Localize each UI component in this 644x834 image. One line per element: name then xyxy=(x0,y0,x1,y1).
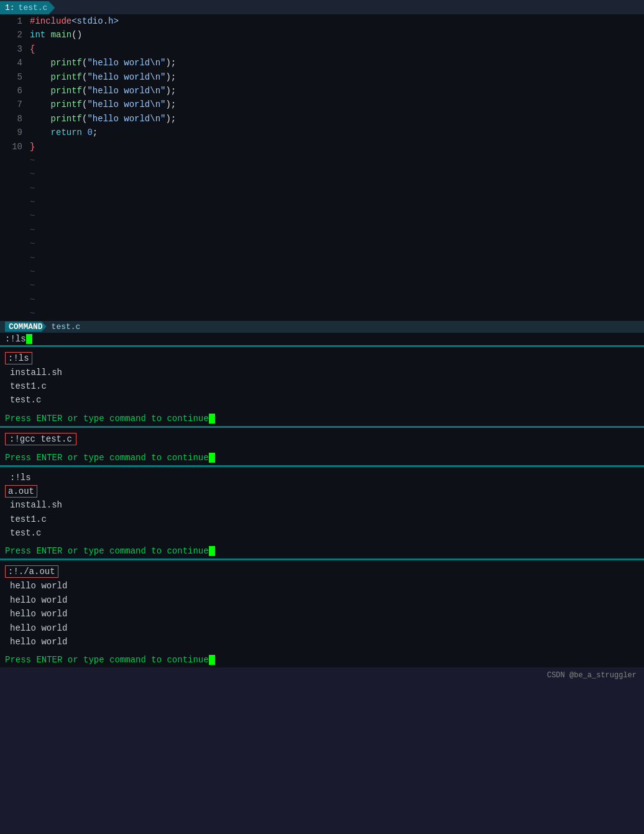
code-line-7: 7 printf("hello world\n"); xyxy=(0,98,644,111)
press-enter-4: Press ENTER or type command to continue xyxy=(0,652,644,667)
line-content-10: } xyxy=(30,140,35,154)
run-command-box: :!./a.out xyxy=(5,565,58,578)
run-command-box-line: :!./a.out xyxy=(5,564,639,579)
gcc-command-box: :!gcc test.c xyxy=(5,433,76,445)
statusbar-filename: test.c xyxy=(52,322,81,331)
gcc-command-box-line: :!gcc test.c xyxy=(5,432,639,447)
code-line-4: 4 printf("hello world\n"); xyxy=(0,56,644,70)
tilde-9: ~~ xyxy=(0,265,644,279)
section-run: :!./a.out hello world hello world hello … xyxy=(0,560,644,652)
tilde-10: ~~ xyxy=(0,279,644,292)
active-tab[interactable]: 1: test.c xyxy=(0,1,55,14)
cursor-2 xyxy=(209,453,215,463)
footer: CSDN @be_a_struggler xyxy=(0,667,644,683)
line-num-3: 3 xyxy=(2,42,22,56)
line-num-1: 1 xyxy=(2,14,22,28)
tilde-3: ~~ xyxy=(0,182,644,195)
run-output: hello world hello world hello world hell… xyxy=(5,579,639,649)
footer-text: CSDN @be_a_struggler xyxy=(547,671,637,680)
tilde-6: ~~ xyxy=(0,223,644,237)
line-content-9: return 0; xyxy=(30,126,98,139)
line-num-4: 4 xyxy=(2,56,22,70)
code-area: 1 #include<stdio.h> 2 int main() 3 { 4 p… xyxy=(0,14,644,321)
code-line-8: 8 printf("hello world\n"); xyxy=(0,112,644,126)
ls2-output: install.sh test1.c test.c xyxy=(5,498,639,540)
line-num-6: 6 xyxy=(2,84,22,98)
code-line-3: 3 { xyxy=(0,42,644,56)
tilde-1: ~~ xyxy=(0,154,644,167)
line-content-4: printf("hello world\n"); xyxy=(30,56,176,70)
line-num-9: 9 xyxy=(2,126,22,139)
code-line-10: 10 } xyxy=(0,140,644,154)
line-num-7: 7 xyxy=(2,98,22,111)
line-content-3: { xyxy=(30,42,35,56)
ls1-output: install.sh test1.c test.c xyxy=(5,366,639,407)
tab-number: 1: xyxy=(5,3,15,12)
cursor-3 xyxy=(209,546,215,556)
ls1-command-box-line: :!ls xyxy=(5,351,639,366)
line-content-5: printf("hello world\n"); xyxy=(30,70,176,84)
line-content-6: printf("hello world\n"); xyxy=(30,84,176,98)
section-ls1: :!ls install.sh test1.c test.c xyxy=(0,347,644,411)
line-content-7: printf("hello world\n"); xyxy=(30,98,176,111)
press-enter-text-2: Press ENTER or type command to continue xyxy=(5,453,209,463)
code-line-2: 2 int main() xyxy=(0,28,644,42)
line-content-2: int main() xyxy=(30,28,82,42)
tilde-7: ~~ xyxy=(0,237,644,251)
code-line-5: 5 printf("hello world\n"); xyxy=(0,70,644,84)
line-content-8: printf("hello world\n"); xyxy=(30,112,176,126)
press-enter-text-3: Press ENTER or type command to continue xyxy=(5,546,209,556)
tilde-11: ~~ xyxy=(0,293,644,307)
vim-editor: 1: test.c 1 #include<stdio.h> 2 int main… xyxy=(0,0,644,667)
press-enter-3: Press ENTER or type command to continue xyxy=(0,544,644,558)
tilde-8: ~~ xyxy=(0,251,644,265)
ls1-command-box: :!ls xyxy=(5,352,32,364)
press-enter-2: Press ENTER or type command to continue xyxy=(0,450,644,465)
cursor xyxy=(26,334,32,344)
ls2-cmd: :!ls xyxy=(5,471,639,484)
section-gcc: :!gcc test.c xyxy=(0,428,644,450)
line-num-2: 2 xyxy=(2,28,22,42)
ls2-aout-box-line: a.out xyxy=(5,484,639,498)
line-num-10: 10 xyxy=(2,140,22,154)
cursor-1 xyxy=(209,414,215,424)
line-num-5: 5 xyxy=(2,70,22,84)
command-input-line[interactable]: :!ls xyxy=(0,333,644,345)
cursor-4 xyxy=(209,655,215,665)
press-enter-text-4: Press ENTER or type command to continue xyxy=(5,655,209,665)
tilde-4: ~~ xyxy=(0,195,644,209)
mode-badge: COMMAND xyxy=(5,322,47,332)
tab-filename: test.c xyxy=(19,3,48,12)
aout-box: a.out xyxy=(5,485,37,498)
tab-bar: 1: test.c xyxy=(0,0,644,14)
line-num-8: 8 xyxy=(2,112,22,126)
line-content-1: #include<stdio.h> xyxy=(30,14,119,28)
press-enter-text-1: Press ENTER or type command to continue xyxy=(5,414,209,424)
press-enter-1: Press ENTER or type command to continue xyxy=(0,411,644,426)
tilde-12: ~~ xyxy=(0,307,644,320)
command-text: :!ls xyxy=(5,334,26,344)
code-line-6: 6 printf("hello world\n"); xyxy=(0,84,644,98)
code-line-9: 9 return 0; xyxy=(0,126,644,139)
status-bar: COMMAND test.c xyxy=(0,321,644,333)
tilde-5: ~~ xyxy=(0,209,644,223)
code-line-1: 1 #include<stdio.h> xyxy=(0,14,644,28)
tilde-2: ~~ xyxy=(0,167,644,181)
section-ls2: :!ls a.out install.sh test1.c test.c xyxy=(0,467,644,544)
